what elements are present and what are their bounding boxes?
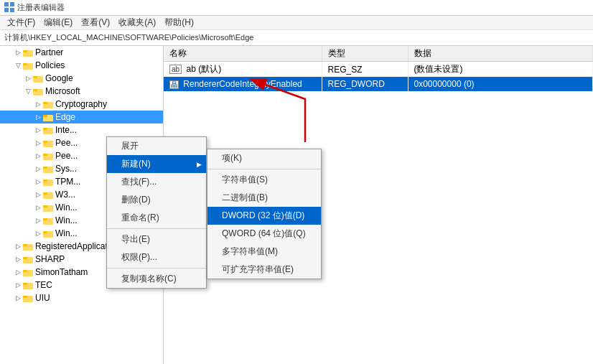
label-tpm: TPM... — [55, 177, 80, 187]
col-data: 数据 — [408, 46, 593, 62]
expander-edge[interactable]: ▷ — [33, 112, 43, 122]
svg-rect-43 — [23, 296, 27, 298]
table-row[interactable]: 品 RendererCodeIntegrityEnabled REG_DWORD… — [164, 77, 593, 91]
ctx-find[interactable]: 查找(F)... — [107, 173, 206, 191]
svg-rect-9 — [33, 76, 37, 78]
svg-rect-29 — [43, 205, 47, 207]
expander-sys[interactable]: ▷ — [33, 164, 43, 174]
folder-icon-win1 — [43, 203, 53, 212]
row-name-renderer: 品 RendererCodeIntegrityEnabled — [164, 77, 322, 91]
expander-win1[interactable]: ▷ — [33, 202, 43, 213]
label-tec: TEC — [35, 280, 52, 290]
app-title: 注册表编辑器 — [17, 2, 65, 13]
svg-rect-21 — [43, 154, 47, 156]
submenu-arrow: ▶ — [197, 161, 202, 168]
svg-rect-1 — [10, 2, 14, 6]
folder-icon-uiu — [23, 294, 33, 302]
ctx-copy[interactable]: 复制项名称(C) — [107, 270, 206, 288]
expander-tpm[interactable]: ▷ — [33, 177, 43, 187]
expander-w3[interactable]: ▷ — [33, 190, 43, 200]
address-path: 计算机\HKEY_LOCAL_MACHINE\SOFTWARE\Policies… — [4, 32, 253, 43]
tree-item-partner[interactable]: ▷ Partner — [0, 46, 163, 59]
tree-item-google[interactable]: ▷ Google — [0, 72, 163, 85]
ctx-rename[interactable]: 重命名(R) — [107, 209, 206, 227]
label-win1: Win... — [55, 202, 78, 213]
row-data-renderer: 0x00000000 (0) — [408, 77, 593, 91]
expander-partner[interactable]: ▷ — [13, 47, 23, 57]
svg-rect-7 — [23, 63, 27, 65]
svg-rect-0 — [4, 2, 9, 6]
tree-item-inte[interactable]: ▷ Inte... — [0, 123, 163, 136]
sub-expandstring[interactable]: 可扩充字符串值(E) — [207, 261, 321, 279]
expander-registeredapp[interactable]: ▷ — [13, 241, 23, 251]
tree-item-policies[interactable]: ▽ Policies — [0, 59, 163, 72]
menu-file[interactable]: 文件(F) — [3, 15, 39, 30]
row-type-default: REG_SZ — [322, 62, 408, 78]
expander-pee2[interactable]: ▷ — [33, 151, 43, 161]
sub-separator-1 — [207, 169, 321, 169]
sub-string[interactable]: 字符串值(S) — [207, 171, 321, 189]
context-menu: 展开 新建(N) ▶ 查找(F)... 删除(D) 重命名(R) 导出(E) 权… — [106, 136, 207, 289]
folder-icon-win3 — [43, 229, 53, 238]
folder-icon-cryptography — [43, 100, 53, 108]
expander-cryptography[interactable]: ▷ — [33, 99, 43, 109]
sub-multistring[interactable]: 多字符串值(M) — [207, 243, 321, 261]
app-icon — [4, 2, 14, 14]
expander-simontatham[interactable]: ▷ — [13, 267, 23, 277]
sub-binary[interactable]: 二进制值(B) — [207, 189, 321, 207]
tree-item-cryptography[interactable]: ▷ Cryptography — [0, 98, 163, 111]
expander-inte[interactable]: ▷ — [33, 125, 43, 135]
folder-icon-win2 — [43, 216, 53, 225]
ctx-delete[interactable]: 删除(D) — [107, 191, 206, 209]
label-cryptography: Cryptography — [55, 99, 107, 109]
tree-item-edge[interactable]: ▷ Edge — [0, 111, 163, 123]
label-simontatham: SimonTatham — [35, 267, 88, 277]
svg-rect-23 — [43, 167, 47, 169]
svg-rect-37 — [23, 257, 27, 259]
expander-win3[interactable]: ▷ — [33, 228, 43, 238]
sub-dword[interactable]: DWORD (32 位)值(D) — [207, 207, 321, 225]
folder-icon-sharp — [23, 255, 33, 263]
ab-icon: ab — [169, 65, 182, 74]
ctx-separator-2 — [107, 268, 206, 269]
expander-pee1[interactable]: ▷ — [33, 138, 43, 148]
row-name-default: ab ab (默认) — [164, 62, 322, 78]
ctx-permission[interactable]: 权限(P)... — [107, 248, 206, 266]
dword-icon: 品 — [169, 80, 179, 89]
expander-sharp[interactable]: ▷ — [13, 254, 23, 264]
svg-rect-3 — [10, 8, 14, 12]
svg-rect-15 — [43, 115, 47, 117]
folder-icon-registeredapp — [23, 242, 33, 251]
menu-favorites[interactable]: 收藏夹(A) — [114, 15, 160, 30]
svg-rect-35 — [23, 244, 27, 246]
folder-icon-edge — [43, 113, 53, 121]
address-bar: 计算机\HKEY_LOCAL_MACHINE\SOFTWARE\Policies… — [0, 30, 593, 46]
ctx-export[interactable]: 导出(E) — [107, 230, 206, 248]
menu-view[interactable]: 查看(V) — [77, 15, 114, 30]
svg-rect-25 — [43, 179, 47, 182]
expander-google[interactable]: ▷ — [23, 73, 33, 83]
ctx-new[interactable]: 新建(N) ▶ — [107, 155, 206, 173]
expander-tec[interactable]: ▷ — [13, 280, 23, 290]
label-pee1: Pee... — [55, 138, 78, 148]
sub-key[interactable]: 项(K) — [207, 149, 321, 167]
sub-qword[interactable]: QWORD (64 位)值(Q) — [207, 225, 321, 243]
table-row[interactable]: ab ab (默认) REG_SZ (数值未设置) — [164, 62, 593, 78]
menu-edit[interactable]: 编辑(E) — [39, 15, 77, 30]
ctx-expand[interactable]: 展开 — [107, 137, 206, 155]
expander-microsoft[interactable]: ▽ — [23, 86, 33, 96]
label-pee2: Pee... — [55, 151, 78, 161]
expander-uiu[interactable]: ▷ — [13, 293, 23, 303]
folder-icon-policies — [23, 61, 33, 70]
expander-policies[interactable]: ▽ — [13, 60, 23, 70]
folder-icon-tec — [23, 281, 33, 289]
svg-rect-41 — [23, 283, 27, 285]
label-partner: Partner — [35, 47, 63, 57]
label-win3: Win... — [55, 228, 78, 238]
folder-icon-partner — [23, 48, 33, 57]
label-microsoft: Microsoft — [45, 86, 80, 96]
tree-item-uiu[interactable]: ▷ UIU — [0, 291, 163, 304]
tree-item-microsoft[interactable]: ▽ Microsoft — [0, 85, 163, 98]
menu-help[interactable]: 帮助(H) — [160, 15, 198, 30]
expander-win2[interactable]: ▷ — [33, 215, 43, 225]
